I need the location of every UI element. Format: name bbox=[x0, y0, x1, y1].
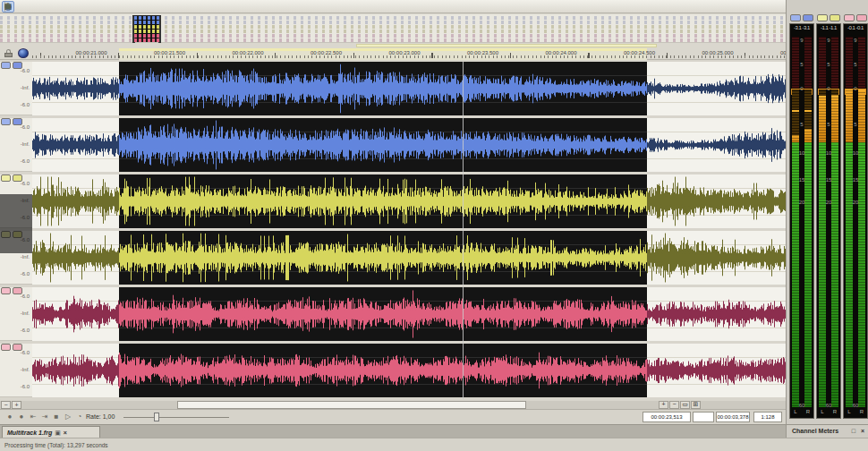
scroll-zoom-out-button[interactable]: − bbox=[1, 401, 11, 409]
db-scale-label: -6.0 bbox=[3, 384, 30, 389]
channel-label-l: L bbox=[846, 409, 853, 414]
meter-scale-label: 5 bbox=[817, 62, 840, 67]
zoom-mini-button-4[interactable]: ⊞ bbox=[691, 401, 701, 409]
zoom-mini-button-3[interactable]: ▭ bbox=[680, 401, 690, 409]
peak-readout: -3.1 -3.1 bbox=[790, 25, 813, 30]
meter-pink-button-1[interactable] bbox=[844, 14, 855, 21]
track-6-waveform[interactable] bbox=[32, 344, 786, 397]
meter-scale-label: 5 bbox=[844, 122, 867, 127]
track-2-waveform[interactable] bbox=[32, 118, 786, 172]
meter-pink-button-2[interactable] bbox=[856, 14, 867, 21]
play-device-button[interactable]: ◔ bbox=[74, 412, 85, 422]
channel-meters-title: Channel Meters bbox=[792, 428, 838, 434]
track-4-waveform[interactable] bbox=[32, 231, 786, 285]
meter-pink: -0.1 -0.1950510152060LR bbox=[843, 14, 868, 419]
ruler-time-label: 00:00:25.000 bbox=[702, 50, 733, 55]
meter-blue-button-1[interactable] bbox=[790, 14, 801, 21]
overview-waveform-row bbox=[0, 25, 786, 29]
overview-bar[interactable] bbox=[0, 14, 786, 43]
rate-slider[interactable] bbox=[123, 417, 229, 418]
record-button[interactable]: ● bbox=[4, 412, 15, 422]
track-5-waveform[interactable] bbox=[32, 287, 786, 341]
db-scale-label: -6.0 bbox=[3, 181, 30, 186]
ruler-time-label: 00:00:21.500 bbox=[154, 50, 185, 55]
track-5-header: -6.0-Inf.-6.0 bbox=[0, 287, 32, 341]
channel-label-r: R bbox=[804, 409, 812, 414]
zoom-mini-button-1[interactable]: + bbox=[659, 401, 668, 409]
record-remote-button[interactable]: ● bbox=[16, 412, 27, 422]
peak-hold-marker bbox=[804, 110, 812, 112]
peak-readout: -1.1 -1.1 bbox=[817, 25, 840, 30]
view-box-track-row bbox=[134, 21, 159, 24]
speaker-icon[interactable]: ◁ bbox=[2, 1, 14, 13]
loop-region-marker[interactable] bbox=[356, 44, 657, 47]
meter-pink-display: -0.1 -0.1950510152060LR bbox=[843, 23, 868, 419]
zoom-mini-button-2[interactable]: − bbox=[669, 401, 679, 409]
track-area: -6.0-Inf.-6.0-6.0-Inf.-6.0-6.0-Inf.-6.0-… bbox=[0, 60, 786, 401]
time-ruler[interactable]: 00:00:21.00000:00:21.50000:00:22.00000:0… bbox=[0, 43, 786, 60]
overview-waveform-row bbox=[0, 16, 786, 20]
tab-close-icon[interactable]: × bbox=[64, 430, 67, 436]
meter-scale-label: 5 bbox=[790, 62, 813, 67]
db-scale-label: -6.0 bbox=[3, 158, 30, 164]
close-icon[interactable]: × bbox=[861, 428, 864, 434]
meter-yellow-button-2[interactable] bbox=[830, 14, 840, 21]
level-bar-orange bbox=[804, 129, 812, 142]
ruler-time-label: 00:00:22.000 bbox=[232, 50, 263, 55]
audio-source-icon[interactable] bbox=[18, 48, 29, 58]
zero-db-bracket bbox=[818, 89, 839, 95]
overview-waveform-row bbox=[0, 30, 786, 33]
track-1-header: -6.0-Inf.-6.0 bbox=[0, 62, 32, 115]
meter-yellow-button-1[interactable] bbox=[817, 14, 828, 21]
meter-scale-label: 5 bbox=[844, 62, 867, 67]
overview-waveform-row bbox=[0, 38, 786, 42]
go-to-end-button[interactable]: ⇥ bbox=[39, 412, 50, 422]
meter-scale-label: 9 bbox=[817, 38, 840, 43]
meter-scale-label: 9 bbox=[790, 38, 813, 43]
channel-meters-titlebar[interactable]: Channel Meters □ × bbox=[786, 424, 868, 438]
view-box-track-row bbox=[134, 34, 159, 38]
meter-blue: -3.1 -3.1950510152060LR bbox=[789, 14, 814, 419]
track-3-waveform[interactable] bbox=[32, 174, 786, 228]
ruler-time-label: 00:00:24.500 bbox=[624, 50, 655, 55]
rate-label: Rate: 1,00 bbox=[86, 413, 115, 420]
db-scale-label: -Inf. bbox=[3, 141, 30, 147]
zero-db-bracket bbox=[791, 89, 813, 95]
overview-waveform-row bbox=[0, 34, 786, 38]
playback-cursor[interactable] bbox=[463, 62, 464, 399]
channel-label-r: R bbox=[858, 409, 865, 414]
rate-slider-thumb[interactable] bbox=[154, 413, 159, 421]
meter-scale-label: 10 bbox=[790, 150, 813, 156]
meter-scale-label: 9 bbox=[844, 38, 867, 43]
db-scale-label: -Inf. bbox=[3, 311, 30, 316]
ruler-time-label: 00:00:23.000 bbox=[388, 50, 420, 55]
stop-button[interactable]: ■ bbox=[51, 412, 62, 422]
meter-scale-label: 20 bbox=[790, 200, 813, 205]
meter-blue-button-2[interactable] bbox=[803, 14, 813, 21]
scrollbar-thumb[interactable] bbox=[177, 401, 526, 409]
ruler-time-label: 00:00:22.500 bbox=[311, 50, 342, 55]
ruler-minor-ticks bbox=[32, 55, 786, 58]
db-scale-label: -6.0 bbox=[3, 271, 30, 277]
window-restore-icon[interactable]: □ bbox=[852, 428, 855, 434]
view-box-track-row bbox=[134, 38, 159, 42]
db-scale-label: -6.0 bbox=[3, 294, 30, 299]
go-to-start-button[interactable]: ⇤ bbox=[28, 412, 38, 422]
document-tab[interactable]: Multitrack 1.frg▣× bbox=[2, 426, 100, 438]
meter-scale-label: 15 bbox=[844, 177, 867, 183]
overview-view-box[interactable] bbox=[132, 15, 161, 42]
level-bar-orange bbox=[792, 135, 799, 142]
selection-length-field[interactable]: 00:00:03,378 bbox=[716, 412, 750, 422]
horizontal-scrollbar[interactable]: − + +−▭⊞ bbox=[0, 401, 786, 410]
selection-extra-field[interactable] bbox=[693, 412, 714, 422]
level-bar-orange bbox=[846, 90, 853, 142]
lock-icon[interactable] bbox=[4, 49, 13, 57]
cursor-position-field[interactable]: 00:00:23,513 bbox=[642, 412, 691, 422]
zoom-ratio-field[interactable]: 1:128 bbox=[753, 412, 782, 422]
meter-yellow-display: -1.1 -1.1950510152060LR bbox=[816, 23, 841, 419]
play-button[interactable]: ▷ bbox=[63, 412, 73, 422]
track-1-waveform[interactable] bbox=[32, 62, 786, 115]
meter-blue-display: -3.1 -3.1950510152060LR bbox=[789, 23, 814, 419]
view-box-track-row bbox=[134, 25, 159, 29]
scroll-zoom-in-button[interactable]: + bbox=[12, 401, 21, 409]
